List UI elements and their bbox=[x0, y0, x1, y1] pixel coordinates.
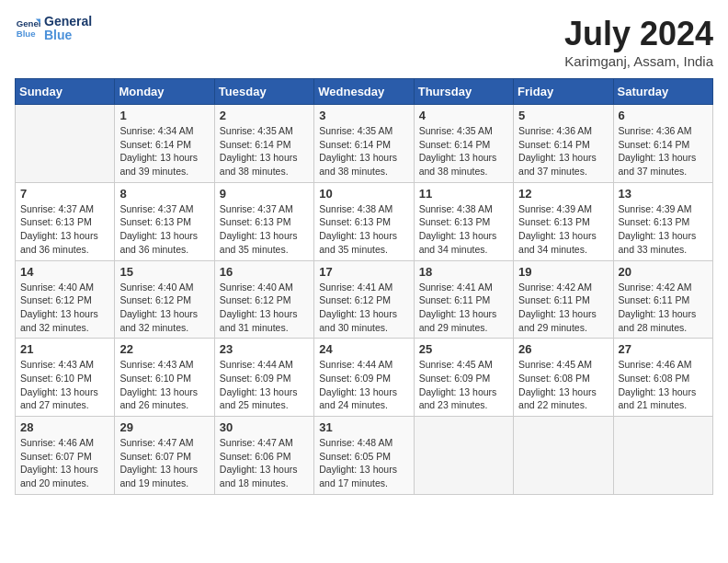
calendar-cell: 24Sunrise: 4:44 AM Sunset: 6:09 PM Dayli… bbox=[314, 339, 414, 417]
day-info: Sunrise: 4:43 AM Sunset: 6:10 PM Dayligh… bbox=[20, 358, 109, 412]
day-number: 4 bbox=[419, 109, 508, 122]
day-number: 12 bbox=[518, 187, 608, 201]
calendar-cell: 3Sunrise: 4:35 AM Sunset: 6:14 PM Daylig… bbox=[314, 105, 414, 183]
day-info: Sunrise: 4:39 AM Sunset: 6:13 PM Dayligh… bbox=[619, 202, 708, 257]
day-info: Sunrise: 4:43 AM Sunset: 6:10 PM Dayligh… bbox=[119, 358, 209, 412]
calendar-cell: 8Sunrise: 4:37 AM Sunset: 6:13 PM Daylig… bbox=[115, 182, 214, 260]
calendar-cell bbox=[613, 417, 712, 495]
day-header-friday: Friday bbox=[514, 79, 613, 105]
calendar-cell bbox=[414, 417, 513, 495]
day-info: Sunrise: 4:36 AM Sunset: 6:14 PM Dayligh… bbox=[619, 124, 708, 178]
day-number: 28 bbox=[20, 420, 109, 434]
calendar-week-row: 1Sunrise: 4:34 AM Sunset: 6:14 PM Daylig… bbox=[16, 105, 713, 183]
calendar-cell: 22Sunrise: 4:43 AM Sunset: 6:10 PM Dayli… bbox=[115, 339, 214, 417]
calendar-cell: 9Sunrise: 4:37 AM Sunset: 6:13 PM Daylig… bbox=[214, 182, 313, 260]
day-info: Sunrise: 4:34 AM Sunset: 6:14 PM Dayligh… bbox=[119, 124, 209, 178]
calendar-cell: 18Sunrise: 4:41 AM Sunset: 6:11 PM Dayli… bbox=[414, 260, 513, 339]
day-number: 19 bbox=[518, 265, 608, 279]
day-number: 1 bbox=[119, 109, 209, 122]
day-info: Sunrise: 4:40 AM Sunset: 6:12 PM Dayligh… bbox=[20, 281, 109, 335]
day-info: Sunrise: 4:38 AM Sunset: 6:13 PM Dayligh… bbox=[419, 202, 508, 257]
location: Karimganj, Assam, India bbox=[564, 53, 713, 69]
calendar-cell: 1Sunrise: 4:34 AM Sunset: 6:14 PM Daylig… bbox=[115, 105, 214, 183]
day-info: Sunrise: 4:47 AM Sunset: 6:06 PM Dayligh… bbox=[220, 436, 309, 490]
day-info: Sunrise: 4:47 AM Sunset: 6:07 PM Dayligh… bbox=[119, 436, 209, 490]
day-number: 23 bbox=[220, 342, 309, 356]
day-info: Sunrise: 4:37 AM Sunset: 6:13 PM Dayligh… bbox=[119, 202, 209, 257]
day-info: Sunrise: 4:42 AM Sunset: 6:11 PM Dayligh… bbox=[518, 281, 608, 335]
day-header-monday: Monday bbox=[115, 79, 214, 105]
day-info: Sunrise: 4:38 AM Sunset: 6:13 PM Dayligh… bbox=[319, 202, 408, 257]
calendar-cell: 11Sunrise: 4:38 AM Sunset: 6:13 PM Dayli… bbox=[414, 182, 513, 260]
calendar-cell: 14Sunrise: 4:40 AM Sunset: 6:12 PM Dayli… bbox=[16, 260, 115, 339]
day-number: 16 bbox=[220, 265, 309, 279]
day-number: 29 bbox=[119, 420, 209, 434]
logo-icon: General Blue bbox=[15, 16, 40, 41]
calendar-cell: 20Sunrise: 4:42 AM Sunset: 6:11 PM Dayli… bbox=[613, 260, 712, 339]
day-header-thursday: Thursday bbox=[414, 79, 513, 105]
calendar-cell: 6Sunrise: 4:36 AM Sunset: 6:14 PM Daylig… bbox=[613, 105, 712, 183]
day-info: Sunrise: 4:40 AM Sunset: 6:12 PM Dayligh… bbox=[119, 281, 209, 335]
day-info: Sunrise: 4:46 AM Sunset: 6:08 PM Dayligh… bbox=[619, 358, 708, 412]
day-info: Sunrise: 4:44 AM Sunset: 6:09 PM Dayligh… bbox=[319, 358, 408, 412]
calendar-cell: 2Sunrise: 4:35 AM Sunset: 6:14 PM Daylig… bbox=[214, 105, 313, 183]
day-number: 3 bbox=[319, 109, 408, 122]
day-header-saturday: Saturday bbox=[613, 79, 712, 105]
day-number: 11 bbox=[419, 187, 508, 201]
day-info: Sunrise: 4:35 AM Sunset: 6:14 PM Dayligh… bbox=[419, 124, 508, 178]
calendar-cell: 7Sunrise: 4:37 AM Sunset: 6:13 PM Daylig… bbox=[16, 182, 115, 260]
day-info: Sunrise: 4:48 AM Sunset: 6:05 PM Dayligh… bbox=[319, 436, 408, 490]
calendar-table: SundayMondayTuesdayWednesdayThursdayFrid… bbox=[15, 78, 713, 495]
calendar-cell: 15Sunrise: 4:40 AM Sunset: 6:12 PM Dayli… bbox=[115, 260, 214, 339]
day-number: 30 bbox=[220, 420, 309, 434]
calendar-week-row: 21Sunrise: 4:43 AM Sunset: 6:10 PM Dayli… bbox=[16, 339, 713, 417]
day-header-tuesday: Tuesday bbox=[214, 79, 313, 105]
day-number: 27 bbox=[619, 342, 708, 356]
calendar-cell: 31Sunrise: 4:48 AM Sunset: 6:05 PM Dayli… bbox=[314, 417, 414, 495]
calendar-cell: 12Sunrise: 4:39 AM Sunset: 6:13 PM Dayli… bbox=[514, 182, 613, 260]
day-number: 21 bbox=[20, 342, 109, 356]
calendar-cell: 17Sunrise: 4:41 AM Sunset: 6:12 PM Dayli… bbox=[314, 260, 414, 339]
logo-text-line1: General bbox=[44, 15, 92, 29]
calendar-cell: 21Sunrise: 4:43 AM Sunset: 6:10 PM Dayli… bbox=[16, 339, 115, 417]
day-number: 24 bbox=[319, 342, 408, 356]
day-number: 18 bbox=[419, 265, 508, 279]
day-number: 7 bbox=[20, 187, 109, 201]
calendar-cell: 23Sunrise: 4:44 AM Sunset: 6:09 PM Dayli… bbox=[214, 339, 313, 417]
day-info: Sunrise: 4:45 AM Sunset: 6:08 PM Dayligh… bbox=[518, 358, 608, 412]
calendar-week-row: 28Sunrise: 4:46 AM Sunset: 6:07 PM Dayli… bbox=[16, 417, 713, 495]
day-info: Sunrise: 4:37 AM Sunset: 6:13 PM Dayligh… bbox=[220, 202, 309, 257]
calendar-cell: 13Sunrise: 4:39 AM Sunset: 6:13 PM Dayli… bbox=[613, 182, 712, 260]
day-info: Sunrise: 4:39 AM Sunset: 6:13 PM Dayligh… bbox=[518, 202, 608, 257]
calendar-cell: 10Sunrise: 4:38 AM Sunset: 6:13 PM Dayli… bbox=[314, 182, 414, 260]
calendar-cell: 16Sunrise: 4:40 AM Sunset: 6:12 PM Dayli… bbox=[214, 260, 313, 339]
svg-text:Blue: Blue bbox=[17, 29, 36, 39]
day-number: 25 bbox=[419, 342, 508, 356]
day-number: 9 bbox=[220, 187, 309, 201]
calendar-cell bbox=[514, 417, 613, 495]
calendar-cell: 4Sunrise: 4:35 AM Sunset: 6:14 PM Daylig… bbox=[414, 105, 513, 183]
day-info: Sunrise: 4:35 AM Sunset: 6:14 PM Dayligh… bbox=[220, 124, 309, 178]
day-info: Sunrise: 4:45 AM Sunset: 6:09 PM Dayligh… bbox=[419, 358, 508, 412]
day-number: 31 bbox=[319, 420, 408, 434]
calendar-cell: 28Sunrise: 4:46 AM Sunset: 6:07 PM Dayli… bbox=[16, 417, 115, 495]
calendar-cell: 29Sunrise: 4:47 AM Sunset: 6:07 PM Dayli… bbox=[115, 417, 214, 495]
calendar-cell: 26Sunrise: 4:45 AM Sunset: 6:08 PM Dayli… bbox=[514, 339, 613, 417]
day-info: Sunrise: 4:44 AM Sunset: 6:09 PM Dayligh… bbox=[220, 358, 309, 412]
calendar-cell: 25Sunrise: 4:45 AM Sunset: 6:09 PM Dayli… bbox=[414, 339, 513, 417]
day-info: Sunrise: 4:41 AM Sunset: 6:11 PM Dayligh… bbox=[419, 281, 508, 335]
calendar-header-row: SundayMondayTuesdayWednesdayThursdayFrid… bbox=[16, 79, 713, 105]
calendar-cell: 27Sunrise: 4:46 AM Sunset: 6:08 PM Dayli… bbox=[613, 339, 712, 417]
day-number: 13 bbox=[619, 187, 708, 201]
day-info: Sunrise: 4:41 AM Sunset: 6:12 PM Dayligh… bbox=[319, 281, 408, 335]
day-info: Sunrise: 4:37 AM Sunset: 6:13 PM Dayligh… bbox=[20, 202, 109, 257]
logo: General Blue General Blue bbox=[15, 15, 92, 43]
day-info: Sunrise: 4:40 AM Sunset: 6:12 PM Dayligh… bbox=[220, 281, 309, 335]
day-info: Sunrise: 4:42 AM Sunset: 6:11 PM Dayligh… bbox=[619, 281, 708, 335]
svg-text:General: General bbox=[17, 19, 40, 29]
day-info: Sunrise: 4:46 AM Sunset: 6:07 PM Dayligh… bbox=[20, 436, 109, 490]
calendar-week-row: 14Sunrise: 4:40 AM Sunset: 6:12 PM Dayli… bbox=[16, 260, 713, 339]
day-number: 20 bbox=[619, 265, 708, 279]
day-header-sunday: Sunday bbox=[16, 79, 115, 105]
calendar-cell: 5Sunrise: 4:36 AM Sunset: 6:14 PM Daylig… bbox=[514, 105, 613, 183]
